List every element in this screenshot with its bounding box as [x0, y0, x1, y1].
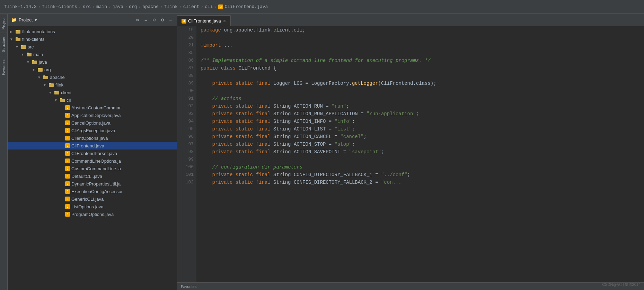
file-CommandLineOptions[interactable]: ▶ J CommandLineOptions.ja — [8, 157, 177, 165]
file-tree: ▶ flink-annotations ▼ flink-clients ▼ — [8, 26, 177, 290]
java-badge: J — [65, 189, 70, 194]
java-badge: J — [65, 136, 70, 141]
side-tab-project[interactable]: Project — [0, 14, 7, 33]
gear-icon[interactable]: ⚙ — [160, 17, 165, 23]
arrow-icon: ▶ — [10, 30, 15, 34]
svg-rect-13 — [43, 75, 45, 76]
sep1: › — [38, 4, 41, 9]
side-tab-structure[interactable]: Structure — [0, 33, 7, 56]
java-badge: J — [65, 212, 70, 217]
file-ClientOptions[interactable]: ▶ J ClientOptions.java — [8, 134, 177, 142]
java-badge: J — [65, 128, 70, 133]
panel-header: 📁 Project ▾ ⊕ ≡ ⚙ ⚙ — — [8, 14, 177, 26]
java-badge: J — [65, 181, 70, 186]
breadcrumb-flink[interactable]: flink-1.14.3 — [4, 4, 37, 9]
file-GenericCLI[interactable]: ▶ J GenericCLI.java — [8, 195, 177, 203]
side-tabs: Project Structure Favorites — [0, 14, 8, 290]
java-file-icon: J — [218, 4, 223, 9]
folder-cli-icon — [60, 97, 65, 103]
tree-item-flink-clients[interactable]: ▼ flink-clients — [8, 35, 177, 43]
svg-rect-15 — [49, 83, 51, 84]
svg-rect-9 — [32, 60, 34, 61]
svg-rect-5 — [21, 45, 23, 46]
folder-open-icon — [15, 36, 21, 42]
file-CustomCommandLine[interactable]: ▶ J CustomCommandLine.ja — [8, 165, 177, 172]
tree-item-flink[interactable]: ▼ flink — [8, 81, 177, 89]
folder-main-icon — [26, 52, 32, 57]
side-tab-favorites[interactable]: Favorites — [0, 56, 7, 79]
main-area: Project Structure Favorites 📁 Project ▾ … — [0, 14, 644, 290]
file-ProgramOptions[interactable]: ▶ J ProgramOptions.java — [8, 210, 177, 218]
folder-org-icon — [37, 67, 43, 72]
collapse-all-icon[interactable]: ≡ — [143, 17, 149, 23]
panel-folder-icon: 📁 — [11, 17, 17, 22]
folder-client-icon — [54, 90, 60, 95]
code-container[interactable]: 19 20 21 85 86 87 88 89 90 91 92 93 94 9… — [177, 26, 644, 282]
java-badge-selected: J — [65, 143, 70, 148]
project-panel: 📁 Project ▾ ⊕ ≡ ⚙ ⚙ — ▶ flink-annotation — [8, 14, 177, 290]
panel-chevron[interactable]: ▾ — [35, 17, 37, 22]
line-numbers: 19 20 21 85 86 87 88 89 90 91 92 93 94 9… — [177, 26, 196, 282]
panel-title-area: 📁 Project ▾ — [11, 17, 37, 22]
folder-flink-icon — [48, 82, 54, 88]
java-badge: J — [65, 174, 70, 179]
svg-rect-19 — [60, 98, 62, 99]
tab-clifrontend[interactable]: J CliFrontend.java ✕ — [177, 16, 231, 26]
folder-src-icon — [21, 44, 26, 49]
java-badge: J — [65, 105, 70, 110]
svg-rect-11 — [38, 68, 40, 69]
settings-icon2[interactable]: ⚙ — [151, 17, 157, 23]
tree-item-apache[interactable]: ▼ apache — [8, 73, 177, 81]
file-CliFrontend[interactable]: ▶ J CliFrontend.java — [8, 142, 177, 149]
file-ApplicationDeployer[interactable]: ▶ J ApplicationDeployer.java — [8, 111, 177, 119]
file-ListOptions[interactable]: ▶ J ListOptions.java — [8, 203, 177, 210]
svg-rect-7 — [27, 53, 29, 54]
breadcrumb-clients[interactable]: flink-clients — [42, 4, 77, 9]
breadcrumb-text: flink-1.14.3 — [4, 4, 37, 9]
panel-title: Project — [19, 17, 33, 22]
tab-java-icon: J — [182, 19, 186, 24]
tab-bar: J CliFrontend.java ✕ — [177, 14, 644, 26]
panel-header-icons: ⊕ ≡ ⚙ ⚙ — — [135, 17, 174, 23]
tree-item-flink-annotations[interactable]: ▶ flink-annotations — [8, 28, 177, 35]
tree-item-main[interactable]: ▼ main — [8, 51, 177, 58]
file-CliFrontendParser[interactable]: ▶ J CliFrontendParser.java — [8, 149, 177, 157]
breadcrumb-bar: flink-1.14.3 › flink-clients › src › mai… — [0, 0, 644, 14]
java-badge: J — [65, 197, 70, 201]
svg-rect-17 — [54, 91, 56, 92]
file-DefaultCLI[interactable]: ▶ J DefaultCLI.java — [8, 172, 177, 180]
watermark: CSDN@落叶飘雪2014 — [602, 282, 641, 287]
tab-close-button[interactable]: ✕ — [223, 19, 226, 24]
svg-rect-3 — [16, 37, 18, 38]
arrow-icon: ▼ — [10, 37, 15, 41]
favorites-tab[interactable]: Favorites — [177, 283, 200, 290]
locate-icon[interactable]: ⊕ — [135, 17, 140, 23]
file-CancelOptions[interactable]: ▶ J CancelOptions.java — [8, 119, 177, 127]
java-badge: J — [65, 120, 70, 125]
java-badge: J — [65, 166, 70, 171]
tree-item-org[interactable]: ▼ org — [8, 66, 177, 73]
java-badge: J — [65, 151, 70, 156]
file-AbstractCustomCommand[interactable]: ▶ J AbstractCustomCommar — [8, 104, 177, 111]
java-badge: J — [65, 204, 70, 209]
svg-rect-1 — [16, 30, 18, 31]
tree-item-client[interactable]: ▼ client — [8, 89, 177, 96]
tab-label: CliFrontend.java — [188, 18, 221, 24]
tree-item-java[interactable]: ▼ java — [8, 58, 177, 66]
code-editor[interactable]: package org.apache.flink.client.cli; ⊟im… — [196, 26, 644, 282]
file-CliArgsException[interactable]: ▶ J CliArgsException.java — [8, 127, 177, 134]
folder-java-icon — [32, 59, 37, 65]
breadcrumb-file: J CliFrontend.java — [218, 4, 268, 9]
java-badge: J — [65, 113, 70, 118]
file-DynamicPropertiesUtil[interactable]: ▶ J DynamicPropertiesUtil.ja — [8, 180, 177, 188]
bottom-tabs: Favorites — [177, 282, 644, 290]
editor-area: J CliFrontend.java ✕ 19 20 21 85 86 87 8… — [177, 14, 644, 290]
tree-item-cli[interactable]: ▼ cli — [8, 96, 177, 104]
minimize-icon[interactable]: — — [168, 17, 174, 23]
tree-item-src[interactable]: ▼ src — [8, 43, 177, 51]
file-ExecutionConfigAccessor[interactable]: ▶ J ExecutionConfigAccessor — [8, 188, 177, 195]
java-badge: J — [65, 158, 70, 163]
folder-icon — [15, 29, 21, 34]
folder-apache-icon — [43, 74, 48, 80]
